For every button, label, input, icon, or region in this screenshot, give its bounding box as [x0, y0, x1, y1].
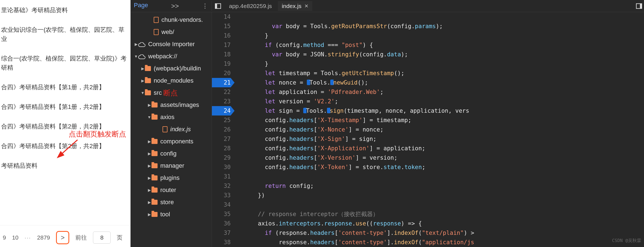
code-editor[interactable]: 1415161718192021222324252627282930313233… [212, 12, 644, 247]
line-number[interactable]: 32 [212, 181, 231, 191]
chevron-icon[interactable] [147, 164, 151, 168]
chevron-icon[interactable] [147, 139, 151, 144]
line-number[interactable]: 14 [212, 12, 231, 22]
line-number[interactable]: 15 [212, 22, 231, 31]
tree-item[interactable]: components [131, 135, 212, 148]
code-line[interactable]: let sign = Tools.sign(timestamp, nonce, … [244, 106, 644, 115]
tree-item[interactable]: plugins [131, 172, 212, 184]
code-line[interactable]: config.headers['X-Nonce'] = nonce; [244, 125, 644, 134]
chevron-icon[interactable] [147, 212, 151, 217]
result-item[interactable]: 综合一(农学院、植保院、园艺院、草业院)》考研精 [0, 49, 131, 78]
chevron-icon[interactable] [134, 42, 138, 46]
line-number[interactable]: 27 [212, 134, 231, 144]
code-line[interactable]: }) [244, 191, 644, 200]
next-page-button[interactable]: > [56, 231, 69, 244]
sources-page-tab[interactable]: Page [134, 2, 148, 10]
page-last[interactable]: 2879 [37, 234, 50, 241]
line-number[interactable]: 26 [212, 125, 231, 134]
code-line[interactable]: response.headers['content-type'].indexOf… [244, 238, 644, 247]
line-number[interactable]: 36 [212, 219, 231, 228]
tree-item[interactable]: router [131, 184, 212, 196]
line-number[interactable]: 34 [212, 200, 231, 209]
tree-item[interactable]: index.js [131, 123, 212, 135]
chevron-icon[interactable] [147, 115, 151, 119]
tree-item[interactable]: node_modules [131, 75, 212, 87]
chevron-icon[interactable] [147, 151, 151, 156]
code-line[interactable]: // response interceptor（接收拦截器） [244, 209, 644, 219]
tree-item[interactable]: Console Importer [131, 38, 212, 50]
line-number[interactable]: 25 [212, 115, 231, 125]
code-line[interactable]: axios.interceptors.response.use((respons… [244, 219, 644, 228]
page-9[interactable]: 9 [3, 234, 6, 241]
chevron-icon[interactable] [134, 54, 138, 59]
file-tree[interactable]: chunk-vendors.web/Console Importerwebpac… [131, 12, 212, 247]
line-gutter[interactable]: 1415161718192021222324252627282930313233… [212, 12, 236, 247]
line-number[interactable]: 29 [212, 153, 231, 162]
result-item[interactable]: 合四》考研精品资料【第1册，共2册】 [0, 98, 131, 117]
code-line[interactable] [244, 12, 644, 22]
result-item[interactable]: 合四》考研精品资料【第1册，共2册】 [0, 78, 131, 98]
chevron-icon[interactable] [147, 200, 151, 204]
code-lines[interactable]: var body = Tools.getRoutParamsStr(config… [236, 12, 644, 247]
page-10[interactable]: 10 [12, 234, 18, 241]
line-number[interactable]: 37 [212, 228, 231, 238]
code-line[interactable]: config.headers['X-Token'] = store.state.… [244, 162, 644, 172]
line-number[interactable]: 16 [212, 31, 231, 40]
line-number[interactable]: 24 [212, 106, 231, 115]
tree-item[interactable]: (webpack)/buildin [131, 62, 212, 75]
result-item[interactable]: 农业知识综合一(农学院、植保院、园艺院、草业 [0, 21, 131, 49]
tree-item[interactable]: store [131, 196, 212, 208]
code-line[interactable]: } [244, 31, 644, 40]
tree-item[interactable]: manager [131, 160, 212, 172]
tree-item[interactable]: tool [131, 208, 212, 220]
file-tab-index[interactable]: index.js ✕ [278, 1, 312, 11]
result-item[interactable]: 合四》考研精品资料【第2册，共2册】 [0, 137, 131, 157]
code-line[interactable]: config.headers['X-Timestamp'] = timestam… [244, 115, 644, 125]
goto-input[interactable] [93, 232, 111, 244]
code-line[interactable]: config.headers['X-Application'] = applic… [244, 144, 644, 153]
line-number[interactable]: 17 [212, 40, 231, 50]
line-number[interactable]: 22 [212, 87, 231, 97]
code-line[interactable] [244, 200, 644, 209]
tree-item[interactable]: config [131, 148, 212, 160]
result-item[interactable]: 考研精品资料 [0, 157, 131, 176]
code-line[interactable]: let application = 'Pdfreader.Web'; [244, 87, 644, 97]
line-number[interactable]: 21 [212, 78, 231, 87]
code-line[interactable]: config.headers['X-Version'] = version; [244, 153, 644, 162]
line-number[interactable]: 28 [212, 144, 231, 153]
line-number[interactable]: 23 [212, 97, 231, 106]
line-number[interactable]: 18 [212, 50, 231, 59]
code-line[interactable]: var body = JSON.stringify(config.data); [244, 50, 644, 59]
line-number[interactable]: 35 [212, 209, 231, 219]
tree-item[interactable]: web/ [131, 26, 212, 38]
line-number[interactable]: 19 [212, 59, 231, 69]
code-line[interactable]: config.headers['X-Sign'] = sign; [244, 134, 644, 144]
file-tab-app[interactable]: app.4e820259.js [225, 1, 276, 11]
close-icon[interactable]: ✕ [304, 3, 308, 9]
tree-item[interactable]: axios [131, 111, 212, 123]
result-item[interactable]: 里论基础》考研精品资料 [0, 1, 131, 21]
code-line[interactable]: var body = Tools.getRoutParamsStr(config… [244, 22, 644, 31]
tree-item[interactable]: chunk-vendors. [131, 14, 212, 26]
code-line[interactable]: if (response.headers['content-type'].ind… [244, 228, 644, 238]
code-line[interactable]: } [244, 59, 644, 69]
kebab-menu-icon[interactable]: ⋮ [202, 2, 208, 10]
code-line[interactable]: let timestamp = Tools.getUtcTimestamp(); [244, 69, 644, 78]
code-line[interactable]: return config; [244, 181, 644, 191]
toggle-debugger-icon[interactable] [634, 1, 644, 11]
chevron-icon[interactable] [140, 91, 145, 95]
code-line[interactable] [244, 172, 644, 181]
tree-item[interactable]: assets/images [131, 99, 212, 111]
chevron-icon[interactable] [140, 66, 145, 71]
chevron-icon[interactable] [147, 188, 151, 192]
code-line[interactable]: let nonce = Tools.newGuid(); [244, 78, 644, 87]
chevron-icon[interactable] [140, 78, 145, 83]
tree-item[interactable]: webpack:// [131, 50, 212, 62]
code-line[interactable]: if (config.method === "post") { [244, 40, 644, 50]
line-number[interactable]: 38 [212, 238, 231, 247]
tabs-overflow[interactable]: >> [171, 2, 179, 10]
line-number[interactable]: 33 [212, 191, 231, 200]
line-number[interactable]: 30 [212, 162, 231, 172]
line-number[interactable]: 31 [212, 172, 231, 181]
line-number[interactable]: 20 [212, 69, 231, 78]
